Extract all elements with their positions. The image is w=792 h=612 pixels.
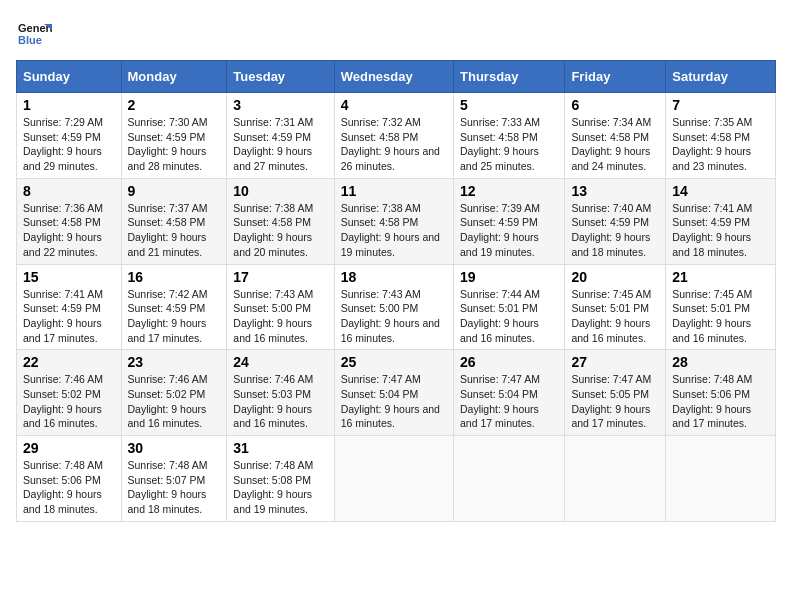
page-header: General Blue <box>16 16 776 52</box>
calendar-body: 1 Sunrise: 7:29 AMSunset: 4:59 PMDayligh… <box>17 93 776 522</box>
day-number: 19 <box>460 269 558 285</box>
logo-icon: General Blue <box>16 16 52 52</box>
day-number: 26 <box>460 354 558 370</box>
day-cell: 28 Sunrise: 7:48 AMSunset: 5:06 PMDaylig… <box>666 350 776 436</box>
day-info: Sunrise: 7:42 AMSunset: 4:59 PMDaylight:… <box>128 288 208 344</box>
day-number: 20 <box>571 269 659 285</box>
day-cell: 6 Sunrise: 7:34 AMSunset: 4:58 PMDayligh… <box>565 93 666 179</box>
day-cell: 26 Sunrise: 7:47 AMSunset: 5:04 PMDaylig… <box>454 350 565 436</box>
svg-text:Blue: Blue <box>18 34 42 46</box>
day-info: Sunrise: 7:33 AMSunset: 4:58 PMDaylight:… <box>460 116 540 172</box>
day-info: Sunrise: 7:34 AMSunset: 4:58 PMDaylight:… <box>571 116 651 172</box>
logo: General Blue <box>16 16 52 52</box>
day-number: 9 <box>128 183 221 199</box>
day-info: Sunrise: 7:48 AMSunset: 5:06 PMDaylight:… <box>672 373 752 429</box>
day-info: Sunrise: 7:46 AMSunset: 5:02 PMDaylight:… <box>128 373 208 429</box>
day-info: Sunrise: 7:37 AMSunset: 4:58 PMDaylight:… <box>128 202 208 258</box>
day-info: Sunrise: 7:48 AMSunset: 5:06 PMDaylight:… <box>23 459 103 515</box>
day-info: Sunrise: 7:48 AMSunset: 5:08 PMDaylight:… <box>233 459 313 515</box>
day-cell: 27 Sunrise: 7:47 AMSunset: 5:05 PMDaylig… <box>565 350 666 436</box>
day-cell: 17 Sunrise: 7:43 AMSunset: 5:00 PMDaylig… <box>227 264 334 350</box>
day-number: 12 <box>460 183 558 199</box>
day-cell <box>666 436 776 522</box>
day-info: Sunrise: 7:35 AMSunset: 4:58 PMDaylight:… <box>672 116 752 172</box>
week-row-2: 8 Sunrise: 7:36 AMSunset: 4:58 PMDayligh… <box>17 178 776 264</box>
day-cell <box>565 436 666 522</box>
day-info: Sunrise: 7:41 AMSunset: 4:59 PMDaylight:… <box>672 202 752 258</box>
header-cell-saturday: Saturday <box>666 61 776 93</box>
day-number: 10 <box>233 183 327 199</box>
day-number: 22 <box>23 354 115 370</box>
day-number: 6 <box>571 97 659 113</box>
day-number: 4 <box>341 97 447 113</box>
day-info: Sunrise: 7:46 AMSunset: 5:03 PMDaylight:… <box>233 373 313 429</box>
day-cell: 29 Sunrise: 7:48 AMSunset: 5:06 PMDaylig… <box>17 436 122 522</box>
day-cell: 13 Sunrise: 7:40 AMSunset: 4:59 PMDaylig… <box>565 178 666 264</box>
day-number: 3 <box>233 97 327 113</box>
header-cell-friday: Friday <box>565 61 666 93</box>
day-info: Sunrise: 7:31 AMSunset: 4:59 PMDaylight:… <box>233 116 313 172</box>
day-info: Sunrise: 7:30 AMSunset: 4:59 PMDaylight:… <box>128 116 208 172</box>
day-cell: 18 Sunrise: 7:43 AMSunset: 5:00 PMDaylig… <box>334 264 453 350</box>
day-cell: 9 Sunrise: 7:37 AMSunset: 4:58 PMDayligh… <box>121 178 227 264</box>
day-info: Sunrise: 7:32 AMSunset: 4:58 PMDaylight:… <box>341 116 440 172</box>
day-number: 7 <box>672 97 769 113</box>
day-number: 5 <box>460 97 558 113</box>
header-cell-monday: Monday <box>121 61 227 93</box>
day-number: 17 <box>233 269 327 285</box>
day-cell: 12 Sunrise: 7:39 AMSunset: 4:59 PMDaylig… <box>454 178 565 264</box>
day-info: Sunrise: 7:41 AMSunset: 4:59 PMDaylight:… <box>23 288 103 344</box>
day-info: Sunrise: 7:40 AMSunset: 4:59 PMDaylight:… <box>571 202 651 258</box>
day-number: 13 <box>571 183 659 199</box>
week-row-1: 1 Sunrise: 7:29 AMSunset: 4:59 PMDayligh… <box>17 93 776 179</box>
day-info: Sunrise: 7:39 AMSunset: 4:59 PMDaylight:… <box>460 202 540 258</box>
day-info: Sunrise: 7:45 AMSunset: 5:01 PMDaylight:… <box>672 288 752 344</box>
day-number: 25 <box>341 354 447 370</box>
week-row-3: 15 Sunrise: 7:41 AMSunset: 4:59 PMDaylig… <box>17 264 776 350</box>
day-cell: 24 Sunrise: 7:46 AMSunset: 5:03 PMDaylig… <box>227 350 334 436</box>
day-number: 16 <box>128 269 221 285</box>
day-cell: 3 Sunrise: 7:31 AMSunset: 4:59 PMDayligh… <box>227 93 334 179</box>
day-cell: 14 Sunrise: 7:41 AMSunset: 4:59 PMDaylig… <box>666 178 776 264</box>
day-number: 8 <box>23 183 115 199</box>
week-row-5: 29 Sunrise: 7:48 AMSunset: 5:06 PMDaylig… <box>17 436 776 522</box>
day-cell: 20 Sunrise: 7:45 AMSunset: 5:01 PMDaylig… <box>565 264 666 350</box>
day-cell: 7 Sunrise: 7:35 AMSunset: 4:58 PMDayligh… <box>666 93 776 179</box>
day-cell: 4 Sunrise: 7:32 AMSunset: 4:58 PMDayligh… <box>334 93 453 179</box>
day-info: Sunrise: 7:45 AMSunset: 5:01 PMDaylight:… <box>571 288 651 344</box>
svg-text:General: General <box>18 22 52 34</box>
day-number: 28 <box>672 354 769 370</box>
day-number: 2 <box>128 97 221 113</box>
day-cell: 10 Sunrise: 7:38 AMSunset: 4:58 PMDaylig… <box>227 178 334 264</box>
day-info: Sunrise: 7:47 AMSunset: 5:04 PMDaylight:… <box>460 373 540 429</box>
day-info: Sunrise: 7:29 AMSunset: 4:59 PMDaylight:… <box>23 116 103 172</box>
day-number: 30 <box>128 440 221 456</box>
day-cell <box>334 436 453 522</box>
day-number: 1 <box>23 97 115 113</box>
day-cell: 23 Sunrise: 7:46 AMSunset: 5:02 PMDaylig… <box>121 350 227 436</box>
day-info: Sunrise: 7:47 AMSunset: 5:04 PMDaylight:… <box>341 373 440 429</box>
day-cell: 19 Sunrise: 7:44 AMSunset: 5:01 PMDaylig… <box>454 264 565 350</box>
header-cell-tuesday: Tuesday <box>227 61 334 93</box>
day-number: 29 <box>23 440 115 456</box>
calendar-header: SundayMondayTuesdayWednesdayThursdayFrid… <box>17 61 776 93</box>
header-cell-wednesday: Wednesday <box>334 61 453 93</box>
day-cell: 8 Sunrise: 7:36 AMSunset: 4:58 PMDayligh… <box>17 178 122 264</box>
calendar-table: SundayMondayTuesdayWednesdayThursdayFrid… <box>16 60 776 522</box>
day-info: Sunrise: 7:36 AMSunset: 4:58 PMDaylight:… <box>23 202 103 258</box>
day-number: 27 <box>571 354 659 370</box>
day-number: 11 <box>341 183 447 199</box>
day-number: 21 <box>672 269 769 285</box>
day-number: 15 <box>23 269 115 285</box>
day-cell: 30 Sunrise: 7:48 AMSunset: 5:07 PMDaylig… <box>121 436 227 522</box>
day-info: Sunrise: 7:43 AMSunset: 5:00 PMDaylight:… <box>233 288 313 344</box>
day-info: Sunrise: 7:44 AMSunset: 5:01 PMDaylight:… <box>460 288 540 344</box>
day-info: Sunrise: 7:38 AMSunset: 4:58 PMDaylight:… <box>233 202 313 258</box>
day-info: Sunrise: 7:46 AMSunset: 5:02 PMDaylight:… <box>23 373 103 429</box>
day-cell: 2 Sunrise: 7:30 AMSunset: 4:59 PMDayligh… <box>121 93 227 179</box>
day-info: Sunrise: 7:48 AMSunset: 5:07 PMDaylight:… <box>128 459 208 515</box>
day-cell: 25 Sunrise: 7:47 AMSunset: 5:04 PMDaylig… <box>334 350 453 436</box>
day-info: Sunrise: 7:43 AMSunset: 5:00 PMDaylight:… <box>341 288 440 344</box>
header-row: SundayMondayTuesdayWednesdayThursdayFrid… <box>17 61 776 93</box>
day-cell: 22 Sunrise: 7:46 AMSunset: 5:02 PMDaylig… <box>17 350 122 436</box>
